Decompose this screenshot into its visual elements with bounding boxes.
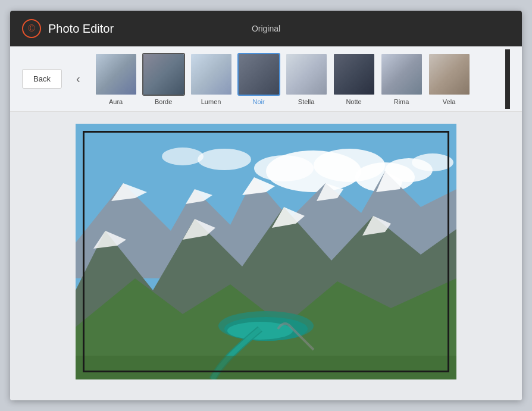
filter-thumb-inner-borde <box>143 54 184 95</box>
filter-thumb-inner-lumen <box>191 54 231 95</box>
filter-thumb-inner-noir <box>239 54 279 95</box>
mode-label: Original <box>252 24 280 33</box>
svg-point-9 <box>162 148 204 165</box>
back-button[interactable]: Back <box>22 69 62 89</box>
scroll-indicator <box>505 49 510 109</box>
adobe-logo: © <box>22 19 41 38</box>
filter-thumb-inner-stella <box>286 54 327 95</box>
filter-item-aura[interactable]: Aura <box>95 53 137 105</box>
filter-label-lumen: Lumen <box>201 98 221 105</box>
app-window: © Photo Editor Original Back ‹ AuraBorde… <box>10 11 522 400</box>
filter-label-rima: Rima <box>394 98 409 105</box>
header: © Photo Editor Original <box>10 11 522 46</box>
filter-thumb-inner-notte <box>334 54 374 95</box>
filters-container: AuraBordeLumenNoirStellaNotteRimaVela <box>95 53 493 105</box>
image-container <box>76 124 456 379</box>
filter-item-noir[interactable]: Noir <box>237 53 280 105</box>
filter-label-stella: Stella <box>298 98 315 105</box>
filter-item-rima[interactable]: Rima <box>380 53 423 105</box>
filter-label-aura: Aura <box>109 98 123 105</box>
landscape-image <box>76 124 456 379</box>
filter-label-notte: Notte <box>346 98 361 105</box>
filter-label-borde: Borde <box>155 98 172 105</box>
toolbar: Back ‹ AuraBordeLumenNoirStellaNotteRima… <box>10 46 522 112</box>
svg-point-5 <box>254 155 314 181</box>
main-content <box>10 112 522 400</box>
filter-thumb-inner-vela <box>429 54 470 95</box>
filter-thumb-inner-rima <box>381 54 422 95</box>
filter-thumb-notte <box>333 53 375 96</box>
filter-thumb-aura <box>95 53 137 96</box>
filter-item-borde[interactable]: Borde <box>142 53 185 105</box>
svg-text:©: © <box>28 23 35 33</box>
app-title: Photo Editor <box>48 22 114 36</box>
filter-label-vela: Vela <box>443 98 455 105</box>
svg-point-8 <box>198 149 251 170</box>
filter-thumb-borde <box>142 53 185 96</box>
filter-thumb-inner-aura <box>96 54 136 95</box>
nav-prev-button[interactable]: ‹ <box>71 70 85 88</box>
filter-item-lumen[interactable]: Lumen <box>190 53 233 105</box>
filter-thumb-lumen <box>190 53 233 96</box>
filter-item-vela[interactable]: Vela <box>428 53 471 105</box>
filter-thumb-noir <box>237 53 280 96</box>
svg-rect-26 <box>76 356 456 379</box>
image-preview <box>76 124 456 379</box>
filter-item-notte[interactable]: Notte <box>333 53 375 105</box>
filter-thumb-rima <box>380 53 423 96</box>
filter-label-noir: Noir <box>252 98 264 105</box>
filter-thumb-vela <box>428 53 471 96</box>
svg-point-10 <box>412 153 453 171</box>
filter-item-stella[interactable]: Stella <box>285 53 328 105</box>
filter-thumb-stella <box>285 53 328 96</box>
